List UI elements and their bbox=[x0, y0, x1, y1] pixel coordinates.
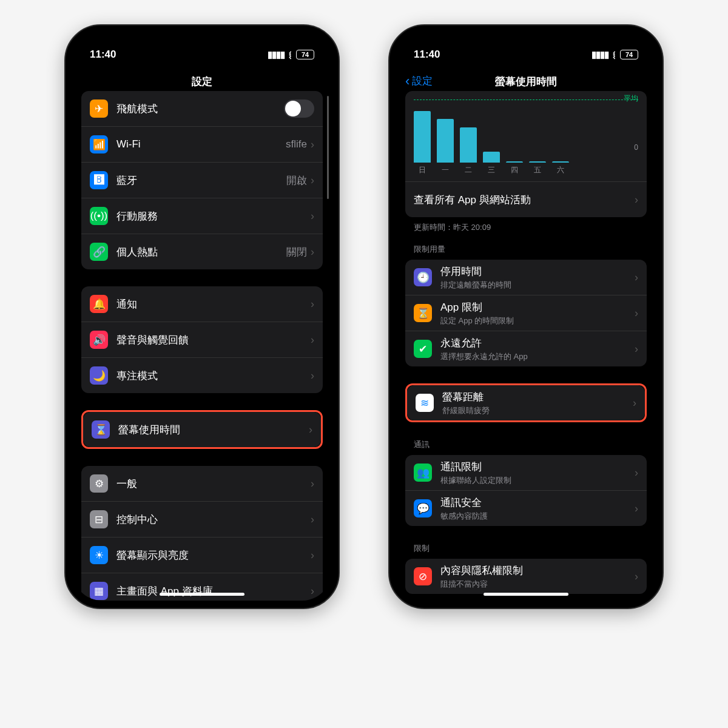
row-icon: ✈︎ bbox=[90, 99, 108, 118]
row-label: 藍牙 bbox=[116, 174, 286, 187]
row-主畫面與 App 資料庫[interactable]: ▦主畫面與 App 資料庫 bbox=[81, 573, 323, 601]
chevron-right-icon bbox=[635, 307, 638, 320]
row-Wi-Fi[interactable]: 📶Wi-Fisflife bbox=[81, 126, 323, 162]
row-label: 螢幕顯示與亮度 bbox=[116, 548, 311, 562]
status-time: 11:40 bbox=[90, 49, 116, 61]
row-個人熱點[interactable]: 🔗個人熱點關閉 bbox=[81, 234, 323, 269]
row-screen-time[interactable]: ⌛ 螢幕使用時間 bbox=[83, 412, 321, 447]
status-time: 11:40 bbox=[414, 49, 440, 61]
row-藍牙[interactable]: 🅱藍牙開啟 bbox=[81, 162, 323, 198]
section-header: 限制用量 bbox=[414, 244, 638, 255]
axis-label: 五 bbox=[529, 165, 546, 175]
chevron-right-icon bbox=[311, 298, 314, 311]
row-停用時間[interactable]: 🕘停用時間排定遠離螢幕的時間 bbox=[405, 260, 647, 295]
chart-bar bbox=[506, 161, 523, 163]
row-sub: 排定遠離螢幕的時間 bbox=[440, 280, 635, 291]
row-label: 通知 bbox=[116, 297, 311, 311]
chart-bar bbox=[483, 152, 500, 163]
row-value: 關閉 bbox=[286, 245, 307, 259]
scrollbar[interactable] bbox=[327, 96, 329, 199]
axis-label: 四 bbox=[506, 165, 523, 175]
row-label: 行動服務 bbox=[116, 209, 311, 223]
home-indicator[interactable] bbox=[160, 593, 244, 596]
row-label: 個人熱點 bbox=[116, 245, 286, 259]
row-一般[interactable]: ⚙︎一般 bbox=[81, 466, 323, 501]
screen-distance-row-highlight: ≋ 螢幕距離 舒緩眼睛疲勞 bbox=[405, 383, 647, 422]
row-label: 主畫面與 App 資料庫 bbox=[116, 584, 311, 598]
battery-icon: 74 bbox=[620, 50, 638, 59]
row-永遠允許[interactable]: ✔︎永遠允許選擇想要永遠允許的 App bbox=[405, 331, 647, 366]
chevron-right-icon bbox=[311, 369, 314, 382]
chart-bar bbox=[529, 161, 546, 163]
row-value: 開啟 bbox=[286, 174, 307, 187]
battery-icon: 74 bbox=[296, 50, 314, 59]
row-label: 控制中心 bbox=[116, 513, 311, 527]
section-header: 限制 bbox=[414, 543, 638, 554]
row-label: Wi-Fi bbox=[116, 138, 286, 150]
chart-bar bbox=[460, 127, 477, 163]
chevron-right-icon bbox=[311, 210, 314, 223]
row-label: 聲音與觸覺回饋 bbox=[116, 333, 311, 347]
axis-label: 六 bbox=[552, 165, 569, 175]
updated-footnote: 更新時間：昨天 20:09 bbox=[414, 222, 638, 233]
settings-list[interactable]: ✈︎飛航模式📶Wi-Fisflife🅱藍牙開啟((•))行動服務🔗個人熱點關閉 … bbox=[73, 91, 331, 601]
chevron-right-icon bbox=[311, 334, 314, 346]
row-icon: ⚙︎ bbox=[90, 474, 108, 493]
row-內容與隱私權限制[interactable]: ⊘內容與隱私權限制阻擋不當內容 bbox=[405, 559, 647, 594]
toggle[interactable] bbox=[284, 99, 314, 118]
row-icon: 🔔 bbox=[90, 295, 108, 313]
row-sub: 敏感內容防護 bbox=[440, 511, 635, 522]
usage-chart-card[interactable]: 平均 0 日一二三四五六 查看所有 App 與網站活動 bbox=[405, 91, 647, 217]
chevron-right-icon bbox=[635, 271, 638, 284]
row-icon: ⌛ bbox=[414, 304, 432, 322]
row-label: 螢幕距離 bbox=[442, 390, 633, 404]
row-sub: 舒緩眼睛疲勞 bbox=[442, 405, 633, 416]
row-通知[interactable]: 🔔通知 bbox=[81, 286, 323, 322]
row-sub: 選擇想要永遠允許的 App bbox=[440, 351, 635, 362]
row-icon: 🔗 bbox=[90, 243, 108, 261]
row-控制中心[interactable]: ⊟控制中心 bbox=[81, 501, 323, 537]
chevron-right-icon bbox=[311, 138, 314, 151]
chevron-right-icon bbox=[635, 194, 638, 206]
row-螢幕顯示與亮度[interactable]: ☀︎螢幕顯示與亮度 bbox=[81, 537, 323, 573]
row-通訊安全[interactable]: 💬通訊安全敏感內容防護 bbox=[405, 490, 647, 526]
row-App 限制[interactable]: ⌛App 限制設定 App 的時間限制 bbox=[405, 295, 647, 331]
screentime-list[interactable]: 平均 0 日一二三四五六 查看所有 App 與網站活動 更新時間：昨天 20:0… bbox=[397, 91, 655, 601]
row-icon: 🕘 bbox=[414, 268, 432, 286]
row-行動服務[interactable]: ((•))行動服務 bbox=[81, 198, 323, 234]
notch bbox=[480, 33, 571, 53]
avg-label: 平均 bbox=[624, 93, 638, 104]
row-icon: 🅱 bbox=[90, 171, 108, 189]
notch bbox=[157, 33, 248, 53]
row-sub: 阻擋不當內容 bbox=[440, 579, 635, 590]
row-icon: ((•)) bbox=[90, 207, 108, 225]
chevron-right-icon bbox=[311, 477, 314, 490]
row-通訊限制[interactable]: 👥通訊限制根據聯絡人設定限制 bbox=[405, 455, 647, 490]
row-icon: 💬 bbox=[414, 499, 432, 517]
row-value: sflife bbox=[286, 138, 307, 150]
row-飛航模式[interactable]: ✈︎飛航模式 bbox=[81, 91, 323, 126]
home-indicator[interactable] bbox=[484, 593, 568, 596]
row-label: 螢幕使用時間 bbox=[118, 423, 309, 437]
row-label: 一般 bbox=[116, 477, 311, 491]
chevron-right-icon bbox=[311, 246, 314, 258]
row-icon: 📶 bbox=[90, 135, 108, 153]
signal-icon: ▮▮▮▮ bbox=[592, 49, 608, 60]
chevron-right-icon bbox=[311, 585, 314, 598]
distance-icon: ≋ bbox=[416, 394, 434, 412]
chevron-right-icon bbox=[635, 570, 638, 583]
axis-label: 三 bbox=[483, 165, 500, 175]
row-專注模式[interactable]: 🌙專注模式 bbox=[81, 357, 323, 393]
chevron-right-icon bbox=[311, 513, 314, 526]
chart-bar bbox=[437, 119, 454, 163]
row-icon: 👥 bbox=[414, 463, 432, 482]
row-聲音與觸覺回饋[interactable]: 🔊聲音與觸覺回饋 bbox=[81, 322, 323, 357]
row-see-all-activity[interactable]: 查看所有 App 與網站活動 bbox=[405, 181, 647, 217]
back-button[interactable]: 設定 bbox=[405, 73, 433, 89]
phone-screentime: 11:40 ▮▮▮▮ ⧙ 74 設定 螢幕使用時間 平均 0 bbox=[388, 24, 664, 609]
screen-time-row-highlight: ⌛ 螢幕使用時間 bbox=[81, 410, 323, 449]
row-label: 通訊安全 bbox=[440, 496, 635, 510]
chart-bar bbox=[552, 161, 569, 163]
hourglass-icon: ⌛ bbox=[92, 420, 110, 439]
row-screen-distance[interactable]: ≋ 螢幕距離 舒緩眼睛疲勞 bbox=[407, 385, 645, 420]
